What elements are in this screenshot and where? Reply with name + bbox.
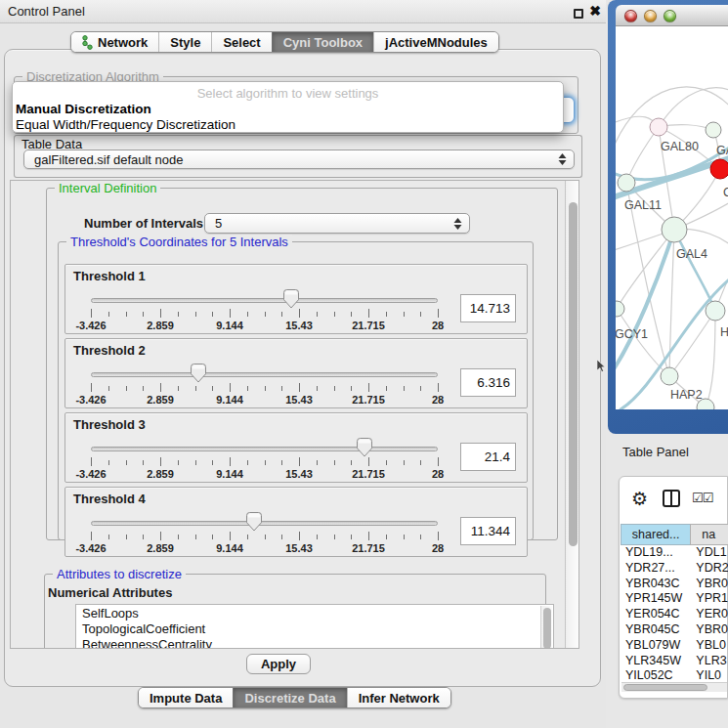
tick-mark [160,309,161,318]
tab-style[interactable]: Style [158,32,211,52]
column-header-name[interactable]: na [690,524,728,545]
tick-mark [351,312,352,317]
threshold-slider-track[interactable] [91,521,438,526]
tick-mark [178,535,179,539]
mac-close-button[interactable] [624,10,637,22]
network-node[interactable] [616,301,624,317]
network-graph: GAL80GACGAL11GAL4GCY1HHAP2 [616,26,728,409]
tab-discretize-data[interactable]: Discretize Data [233,688,346,707]
network-node-label: H [720,325,728,339]
table-row[interactable]: YBR045CYBR0 [621,622,728,638]
columns-icon[interactable] [663,490,680,507]
slider-thumb[interactable] [357,438,372,457]
table-horizontal-scrollbar[interactable] [621,682,727,692]
slider-tick-labels: -3.4262.8599.14415.4321.71528 [91,542,438,554]
cyni-bottom-tabbar: Impute Data Discretize Data Infer Networ… [138,687,451,708]
tab-label: Cyni Toolbox [283,35,363,50]
tab-network[interactable]: Network [71,32,158,52]
tick-label: 15.43 [285,542,313,554]
settings-scroll-viewport: Interval Definition Number of Intervals … [10,180,579,649]
tick-mark [230,532,231,540]
network-node[interactable] [618,174,635,192]
table-data-combobox[interactable]: galFiltered.sif default node [23,150,575,169]
slider-ticks [91,532,438,541]
network-node-label: HAP2 [670,388,703,402]
tick-mark [195,312,196,317]
table-header-row: shared... na [621,524,728,545]
numerical-attributes-list[interactable]: SelfLoopsTopologicalCoefficientBetweenne… [75,604,554,649]
column-header-shared-name[interactable]: shared... [621,524,690,545]
threshold-slider-track[interactable] [91,447,438,451]
table-panel-title: Table Panel [622,445,689,459]
tick-mark [247,535,248,539]
number-of-intervals-label: Number of Intervals [84,216,203,231]
table-row[interactable]: YDR27...YDR2 [621,561,728,577]
number-of-intervals-combobox[interactable]: 5 [204,213,470,234]
table-hscrollbar-thumb[interactable] [623,684,707,691]
numerical-attributes-items: SelfLoopsTopologicalCoefficientBetweenne… [76,605,553,649]
slider-thumb[interactable] [283,289,299,309]
attribute-list-item[interactable]: BetweennessCentrality [76,636,553,649]
table-row[interactable]: YBR043CYBR0 [621,577,728,592]
tick-mark [351,460,352,465]
network-view-canvas[interactable]: GAL80GACGAL11GAL4GCY1HHAP2 [616,26,728,409]
network-node[interactable] [661,367,678,385]
close-icon[interactable]: ✖ [589,3,601,19]
network-node[interactable] [650,118,667,136]
threshold-value-field[interactable] [460,368,516,397]
settings-vertical-scrollbar[interactable] [565,181,579,648]
tab-infer-network[interactable]: Infer Network [347,688,450,707]
network-node[interactable] [710,159,728,179]
tab-jactivemnodules[interactable]: jActiveMNodules [373,32,498,52]
tick-mark [195,386,196,391]
network-node[interactable] [706,122,721,138]
tick-label: -3.426 [75,468,106,480]
threshold-value-field[interactable] [460,294,516,322]
popup-item-manual-discretization[interactable]: Manual Discretization [16,102,151,116]
float-window-icon[interactable] [574,9,583,19]
table-row[interactable]: YBL079WYBL0 [621,638,728,654]
table-cell: YER0 [690,607,728,622]
network-node[interactable] [662,217,687,242]
network-node-label: GAL11 [624,198,662,212]
table-panel-card: ⚙ ☑☑ shared... na YDL19...YDL1YDR27...YD… [619,476,728,699]
slider-thumb[interactable] [191,364,206,383]
tab-select[interactable]: Select [211,32,271,52]
threshold-value-field[interactable] [460,517,516,545]
tick-mark [126,312,127,317]
threshold-slider-track[interactable] [91,298,438,303]
tick-label: -3.426 [75,320,106,331]
apply-button[interactable]: Apply [246,654,311,674]
settings-scrollbar-thumb[interactable] [569,202,578,546]
network-node-label: GAL80 [661,140,699,153]
tick-mark [91,309,92,318]
table-row[interactable]: YDL19...YDL1 [621,545,728,561]
attributes-list-scrollbar[interactable] [540,606,552,649]
slider-thumb[interactable] [246,512,262,532]
tick-mark [386,460,387,465]
slider-ticks [91,309,438,319]
tick-mark [91,383,92,392]
tick-mark [386,386,387,391]
table-row[interactable]: YPR145WYPR1 [621,591,728,607]
tick-label: 9.144 [216,394,243,406]
mac-zoom-button[interactable] [664,10,676,22]
table-row[interactable]: YLR345WYLR3 [621,654,728,669]
attribute-list-item[interactable]: TopologicalCoefficient [76,621,553,636]
popup-item-equal-width-frequency[interactable]: Equal Width/Frequency Discretization [16,117,236,132]
table-row[interactable]: YER054CYER0 [621,607,728,622]
tick-mark [126,535,127,539]
checkboxes-icon[interactable]: ☑☑ [692,491,712,505]
tab-cyni-toolbox[interactable]: Cyni Toolbox [272,32,373,52]
threshold-value-field[interactable] [460,443,516,471]
mac-minimize-button[interactable] [644,10,657,22]
attribute-list-item[interactable]: SelfLoops [76,605,553,621]
combobox-stepper-icon [453,218,462,230]
tick-mark [299,309,300,318]
tab-impute-data[interactable]: Impute Data [139,688,233,707]
network-node[interactable] [706,301,725,321]
gear-icon[interactable]: ⚙ [631,488,648,510]
attributes-scrollbar-thumb[interactable] [543,608,551,649]
threshold-slider-track[interactable] [91,372,438,377]
tick-label: 9.144 [216,542,243,554]
